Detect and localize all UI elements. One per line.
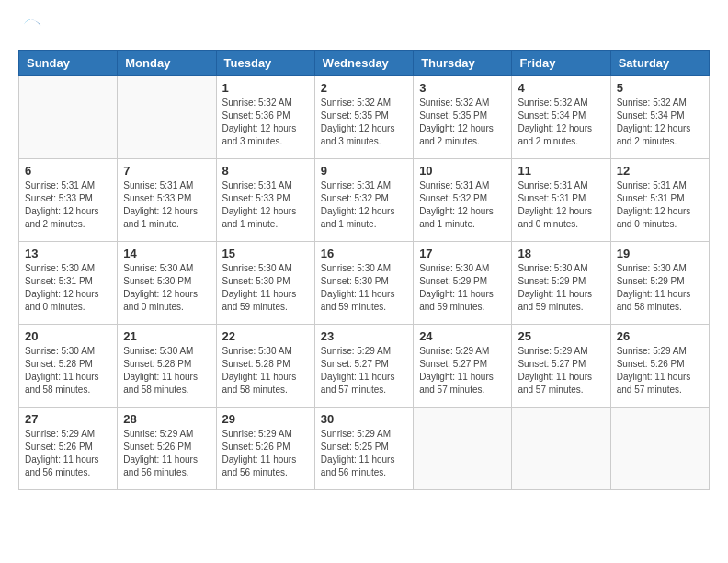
logo-icon: [20, 18, 42, 40]
day-info: Sunrise: 5:29 AM Sunset: 5:26 PM Dayligh…: [222, 428, 309, 479]
day-number: 3: [419, 81, 506, 95]
day-info: Sunrise: 5:32 AM Sunset: 5:34 PM Dayligh…: [518, 97, 604, 148]
day-info: Sunrise: 5:31 AM Sunset: 5:33 PM Dayligh…: [25, 179, 111, 231]
calendar-cell: [19, 76, 118, 159]
weekday-header-row: SundayMondayTuesdayWednesdayThursdayFrid…: [19, 51, 710, 76]
day-info: Sunrise: 5:31 AM Sunset: 5:31 PM Dayligh…: [518, 179, 604, 231]
day-info: Sunrise: 5:29 AM Sunset: 5:27 PM Dayligh…: [321, 345, 407, 396]
day-info: Sunrise: 5:30 AM Sunset: 5:30 PM Dayligh…: [321, 262, 407, 314]
day-info: Sunrise: 5:32 AM Sunset: 5:34 PM Dayligh…: [617, 97, 703, 148]
calendar-cell: 8Sunrise: 5:31 AM Sunset: 5:33 PM Daylig…: [216, 159, 314, 242]
day-info: Sunrise: 5:29 AM Sunset: 5:27 PM Dayligh…: [518, 345, 604, 396]
calendar-cell: 2Sunrise: 5:32 AM Sunset: 5:35 PM Daylig…: [314, 76, 413, 159]
day-info: Sunrise: 5:29 AM Sunset: 5:27 PM Dayligh…: [419, 345, 506, 396]
day-info: Sunrise: 5:32 AM Sunset: 5:35 PM Dayligh…: [419, 97, 506, 148]
day-info: Sunrise: 5:30 AM Sunset: 5:29 PM Dayligh…: [518, 262, 604, 314]
day-number: 8: [222, 164, 309, 178]
day-number: 26: [617, 329, 703, 343]
day-number: 17: [419, 247, 506, 260]
weekday-header: Monday: [118, 51, 216, 76]
calendar-cell: 22Sunrise: 5:30 AM Sunset: 5:28 PM Dayli…: [216, 325, 314, 408]
day-number: 24: [419, 329, 506, 343]
weekday-header: Wednesday: [314, 51, 413, 76]
day-info: Sunrise: 5:29 AM Sunset: 5:25 PM Dayligh…: [321, 428, 407, 479]
day-number: 15: [222, 247, 309, 260]
day-info: Sunrise: 5:31 AM Sunset: 5:31 PM Dayligh…: [617, 179, 703, 231]
day-info: Sunrise: 5:30 AM Sunset: 5:29 PM Dayligh…: [419, 262, 506, 314]
day-info: Sunrise: 5:31 AM Sunset: 5:33 PM Dayligh…: [222, 179, 309, 231]
day-info: Sunrise: 5:30 AM Sunset: 5:28 PM Dayligh…: [25, 345, 111, 396]
week-row: 1Sunrise: 5:32 AM Sunset: 5:36 PM Daylig…: [19, 76, 710, 159]
calendar: SundayMondayTuesdayWednesdayThursdayFrid…: [18, 50, 710, 490]
calendar-cell: 20Sunrise: 5:30 AM Sunset: 5:28 PM Dayli…: [19, 325, 118, 408]
day-number: 23: [321, 329, 407, 343]
day-number: 10: [419, 164, 506, 178]
week-row: 27Sunrise: 5:29 AM Sunset: 5:26 PM Dayli…: [19, 408, 710, 490]
day-number: 16: [321, 247, 407, 260]
calendar-cell: 23Sunrise: 5:29 AM Sunset: 5:27 PM Dayli…: [314, 325, 413, 408]
calendar-cell: 12Sunrise: 5:31 AM Sunset: 5:31 PM Dayli…: [610, 159, 709, 242]
calendar-cell: 25Sunrise: 5:29 AM Sunset: 5:27 PM Dayli…: [512, 325, 610, 408]
day-number: 11: [518, 164, 604, 178]
calendar-cell: 30Sunrise: 5:29 AM Sunset: 5:25 PM Dayli…: [314, 408, 413, 490]
day-number: 14: [123, 247, 210, 260]
calendar-cell: 21Sunrise: 5:30 AM Sunset: 5:28 PM Dayli…: [118, 325, 216, 408]
logo: [18, 18, 42, 40]
calendar-cell: 10Sunrise: 5:31 AM Sunset: 5:32 PM Dayli…: [414, 159, 512, 242]
day-number: 30: [321, 412, 407, 426]
day-number: 21: [123, 329, 210, 343]
day-number: 19: [617, 247, 703, 260]
day-number: 22: [222, 329, 309, 343]
day-number: 6: [25, 164, 111, 178]
day-number: 4: [518, 81, 604, 95]
calendar-cell: [414, 408, 512, 490]
calendar-cell: 14Sunrise: 5:30 AM Sunset: 5:30 PM Dayli…: [118, 242, 216, 325]
day-number: 12: [617, 164, 703, 178]
day-info: Sunrise: 5:29 AM Sunset: 5:26 PM Dayligh…: [25, 428, 111, 479]
weekday-header: Tuesday: [216, 51, 314, 76]
calendar-cell: 19Sunrise: 5:30 AM Sunset: 5:29 PM Dayli…: [610, 242, 709, 325]
day-number: 9: [321, 164, 407, 178]
day-info: Sunrise: 5:31 AM Sunset: 5:32 PM Dayligh…: [321, 179, 407, 231]
calendar-cell: 1Sunrise: 5:32 AM Sunset: 5:36 PM Daylig…: [216, 76, 314, 159]
day-info: Sunrise: 5:30 AM Sunset: 5:30 PM Dayligh…: [123, 262, 210, 314]
weekday-header: Saturday: [610, 51, 709, 76]
week-row: 6Sunrise: 5:31 AM Sunset: 5:33 PM Daylig…: [19, 159, 710, 242]
day-info: Sunrise: 5:31 AM Sunset: 5:32 PM Dayligh…: [419, 179, 506, 231]
calendar-cell: [610, 408, 709, 490]
calendar-cell: 5Sunrise: 5:32 AM Sunset: 5:34 PM Daylig…: [610, 76, 709, 159]
day-number: 13: [25, 247, 111, 260]
calendar-cell: 13Sunrise: 5:30 AM Sunset: 5:31 PM Dayli…: [19, 242, 118, 325]
calendar-cell: 17Sunrise: 5:30 AM Sunset: 5:29 PM Dayli…: [414, 242, 512, 325]
day-number: 20: [25, 329, 111, 343]
day-number: 7: [123, 164, 210, 178]
day-info: Sunrise: 5:29 AM Sunset: 5:26 PM Dayligh…: [123, 428, 210, 479]
calendar-cell: 29Sunrise: 5:29 AM Sunset: 5:26 PM Dayli…: [216, 408, 314, 490]
calendar-cell: 18Sunrise: 5:30 AM Sunset: 5:29 PM Dayli…: [512, 242, 610, 325]
day-info: Sunrise: 5:30 AM Sunset: 5:28 PM Dayligh…: [222, 345, 309, 396]
calendar-cell: 28Sunrise: 5:29 AM Sunset: 5:26 PM Dayli…: [118, 408, 216, 490]
day-info: Sunrise: 5:32 AM Sunset: 5:36 PM Dayligh…: [222, 97, 309, 148]
day-number: 28: [123, 412, 210, 426]
week-row: 13Sunrise: 5:30 AM Sunset: 5:31 PM Dayli…: [19, 242, 710, 325]
calendar-cell: 6Sunrise: 5:31 AM Sunset: 5:33 PM Daylig…: [19, 159, 118, 242]
calendar-cell: 16Sunrise: 5:30 AM Sunset: 5:30 PM Dayli…: [314, 242, 413, 325]
day-info: Sunrise: 5:32 AM Sunset: 5:35 PM Dayligh…: [321, 97, 407, 148]
day-number: 1: [222, 81, 309, 95]
calendar-cell: [512, 408, 610, 490]
day-number: 5: [617, 81, 703, 95]
week-row: 20Sunrise: 5:30 AM Sunset: 5:28 PM Dayli…: [19, 325, 710, 408]
calendar-cell: 24Sunrise: 5:29 AM Sunset: 5:27 PM Dayli…: [414, 325, 512, 408]
calendar-cell: 11Sunrise: 5:31 AM Sunset: 5:31 PM Dayli…: [512, 159, 610, 242]
calendar-cell: 7Sunrise: 5:31 AM Sunset: 5:33 PM Daylig…: [118, 159, 216, 242]
day-number: 18: [518, 247, 604, 260]
weekday-header: Thursday: [414, 51, 512, 76]
calendar-cell: 4Sunrise: 5:32 AM Sunset: 5:34 PM Daylig…: [512, 76, 610, 159]
day-info: Sunrise: 5:30 AM Sunset: 5:28 PM Dayligh…: [123, 345, 210, 396]
calendar-cell: 26Sunrise: 5:29 AM Sunset: 5:26 PM Dayli…: [610, 325, 709, 408]
day-info: Sunrise: 5:30 AM Sunset: 5:30 PM Dayligh…: [222, 262, 309, 314]
calendar-cell: 15Sunrise: 5:30 AM Sunset: 5:30 PM Dayli…: [216, 242, 314, 325]
day-info: Sunrise: 5:31 AM Sunset: 5:33 PM Dayligh…: [123, 179, 210, 231]
header: [18, 18, 710, 40]
day-info: Sunrise: 5:29 AM Sunset: 5:26 PM Dayligh…: [617, 345, 703, 396]
